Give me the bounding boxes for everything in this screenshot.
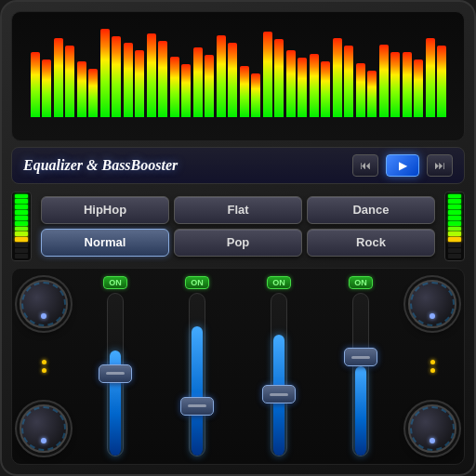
fader-fill-1 bbox=[192, 326, 203, 456]
meter-segment bbox=[15, 231, 28, 236]
eq-bar-group bbox=[170, 57, 191, 117]
meter-segment bbox=[15, 221, 28, 226]
meter-segment bbox=[448, 237, 461, 242]
fader-track-1[interactable] bbox=[189, 293, 205, 456]
fader-thumb-1[interactable] bbox=[180, 397, 214, 416]
faders-row: ONONONON bbox=[77, 276, 399, 456]
eq-bar bbox=[31, 52, 40, 117]
knob-treble[interactable] bbox=[20, 404, 68, 453]
app-container: Equalizer & BassBooster ⏮ ▶ ⏭ HipHopFlat… bbox=[0, 0, 476, 476]
eq-bar bbox=[286, 50, 296, 117]
eq-bar bbox=[251, 73, 260, 117]
meter-segment bbox=[448, 205, 461, 209]
preset-button-hiphop[interactable]: HipHop bbox=[41, 196, 169, 224]
on-badge-0[interactable]: ON bbox=[103, 276, 127, 289]
eq-bar bbox=[181, 64, 191, 117]
meter-segment bbox=[15, 199, 28, 204]
fader-channel-2: ON bbox=[267, 276, 291, 456]
eq-bar-group bbox=[310, 54, 330, 117]
eq-bar bbox=[54, 38, 63, 117]
eq-bar-group bbox=[77, 61, 98, 117]
eq-bar bbox=[426, 38, 435, 117]
preset-button-flat[interactable]: Flat bbox=[174, 196, 302, 224]
meter-segment bbox=[448, 243, 461, 247]
eq-bar bbox=[310, 54, 319, 117]
thumb-shine bbox=[106, 372, 125, 375]
eq-bar-group bbox=[31, 52, 51, 117]
eq-bar bbox=[112, 36, 121, 117]
eq-bar bbox=[403, 52, 412, 117]
middle-section: HipHopFlatDanceNormalPopRock bbox=[11, 190, 465, 262]
on-badge-1[interactable]: ON bbox=[185, 276, 209, 289]
preset-button-pop[interactable]: Pop bbox=[174, 229, 302, 257]
left-dots bbox=[42, 360, 46, 373]
right-dots bbox=[430, 360, 435, 373]
play-button[interactable]: ▶ bbox=[386, 154, 419, 177]
eq-bar-group bbox=[263, 32, 284, 117]
meter-segment bbox=[448, 221, 461, 226]
eq-bar-group bbox=[286, 50, 307, 117]
thumb-shine bbox=[351, 356, 370, 359]
preset-button-dance[interactable]: Dance bbox=[307, 196, 435, 224]
eq-bar bbox=[379, 45, 389, 117]
eq-bar-group bbox=[403, 52, 423, 117]
fader-channel-0: ON bbox=[103, 276, 127, 456]
eq-bar bbox=[390, 52, 400, 117]
eq-bar bbox=[356, 63, 365, 117]
meter-segment bbox=[15, 254, 28, 258]
eq-bar-group bbox=[379, 45, 400, 117]
meter-segment bbox=[448, 254, 461, 258]
eq-bar bbox=[414, 60, 423, 117]
next-button[interactable]: ⏭ bbox=[427, 154, 453, 177]
eq-bar bbox=[240, 66, 249, 117]
right-knobs bbox=[408, 276, 456, 456]
fader-thumb-2[interactable] bbox=[262, 385, 296, 403]
eq-bar-group bbox=[217, 35, 237, 117]
fader-track-0[interactable] bbox=[107, 293, 124, 456]
fader-track-3[interactable] bbox=[352, 293, 369, 456]
eq-bar bbox=[228, 43, 237, 117]
knob-right-top[interactable] bbox=[408, 280, 456, 328]
on-badge-3[interactable]: ON bbox=[349, 276, 373, 289]
fader-thumb-3[interactable] bbox=[344, 348, 377, 366]
prev-button[interactable]: ⏮ bbox=[352, 154, 378, 177]
eq-bar bbox=[193, 47, 203, 117]
left-meter bbox=[11, 192, 32, 261]
eq-bar-group bbox=[124, 43, 144, 117]
eq-bar-group bbox=[356, 63, 377, 117]
meter-segment bbox=[15, 248, 28, 253]
eq-bar-group bbox=[54, 38, 74, 117]
eq-bars bbox=[20, 20, 456, 117]
meter-segment bbox=[448, 231, 461, 236]
meter-segment bbox=[448, 227, 461, 231]
meter-segment bbox=[448, 210, 461, 215]
eq-bar bbox=[263, 32, 272, 117]
eq-bar bbox=[124, 43, 133, 117]
meter-segment bbox=[448, 216, 461, 220]
meter-segment bbox=[15, 194, 28, 199]
meter-segment bbox=[15, 216, 28, 220]
eq-bar bbox=[344, 46, 353, 117]
left-knobs bbox=[20, 276, 68, 456]
eq-bar-group bbox=[426, 38, 446, 117]
eq-bar bbox=[170, 57, 179, 117]
eq-bar-group bbox=[147, 33, 167, 117]
knob-bass[interactable] bbox=[20, 280, 68, 328]
fader-thumb-0[interactable] bbox=[99, 364, 132, 383]
app-title: Equalizer & BassBooster bbox=[23, 157, 178, 174]
fader-track-2[interactable] bbox=[271, 293, 287, 456]
eq-bar bbox=[147, 33, 156, 117]
on-badge-2[interactable]: ON bbox=[267, 276, 291, 289]
meter-segment bbox=[15, 237, 28, 242]
preset-button-normal[interactable]: Normal bbox=[41, 229, 169, 257]
eq-bar bbox=[77, 61, 86, 117]
knob-right-bottom[interactable] bbox=[408, 404, 456, 453]
fader-channel-1: ON bbox=[185, 276, 209, 456]
eq-bar bbox=[333, 38, 342, 117]
eq-bar bbox=[158, 41, 167, 117]
eq-bar bbox=[42, 60, 51, 117]
eq-bar bbox=[205, 55, 214, 117]
meter-segment bbox=[448, 194, 461, 199]
preset-button-rock[interactable]: Rock bbox=[307, 229, 435, 257]
meter-segment bbox=[15, 243, 28, 247]
